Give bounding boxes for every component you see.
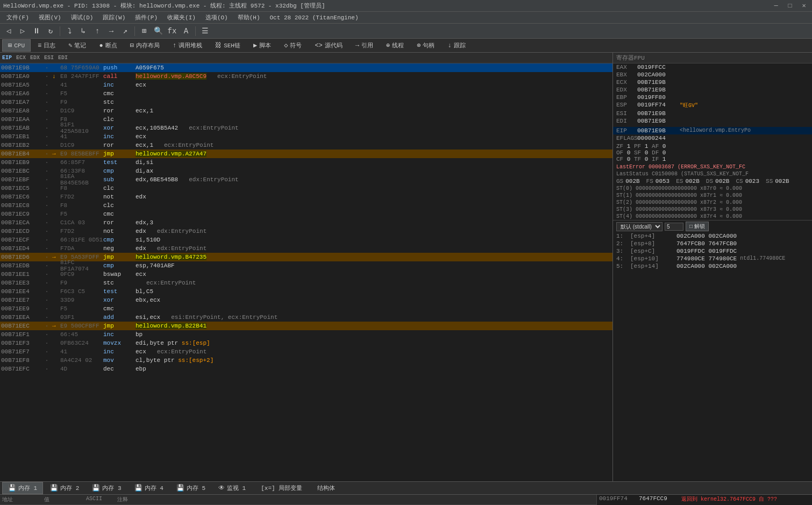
bottom-tab-结构体[interactable]: 结构体	[309, 482, 341, 494]
disasm-row[interactable]: 00B71EE7 · 33D9 xor ebx,ecx	[0, 296, 612, 304]
disasm-addr: 00B71EE3	[1, 280, 41, 286]
tab-断点[interactable]: ●断点	[93, 39, 123, 52]
disasm-row[interactable]: 00B71EC8 · F8 clc	[0, 201, 612, 210]
toolbar-btn-13[interactable]: A	[180, 25, 193, 37]
bottom-tab-[x=] 局部变量[interactable]: [x=] 局部变量	[253, 482, 308, 494]
decode-button[interactable]: □ 解锁	[686, 222, 709, 231]
disasm-row[interactable]: 00B71EF8 · 8A4C24 02 mov cl,byte ptr ss:…	[0, 356, 612, 365]
menu-item-W[interactable]: 跟踪(W)	[98, 12, 130, 23]
tab-脚本[interactable]: ▶脚本	[247, 39, 277, 52]
toolbar-btn-14[interactable]: ☰	[198, 25, 211, 37]
disasm-row[interactable]: 00B71EBF · 81EA B845E56B sub edx,6BE545B…	[0, 175, 612, 184]
bottom-tab-内存 4[interactable]: 💾内存 4	[129, 482, 169, 494]
bottom-tab-监视 1[interactable]: 👁监视 1	[212, 482, 252, 494]
tab-符号[interactable]: ◇符号	[278, 39, 308, 52]
menu-item-D[interactable]: 调试(D)	[67, 12, 98, 23]
disasm-esi-label: ESI	[44, 55, 54, 61]
tab-日志[interactable]: ≡日志	[32, 39, 61, 52]
toolbar-btn-9[interactable]: ↗	[119, 25, 132, 37]
disasm-row[interactable]: 00B71EE4 · F6C3 C5 test bl,C5	[0, 287, 612, 296]
reg-row-edx: EDX 00B71E9B	[613, 86, 812, 94]
disasm-row[interactable]: 00B71EA7 · F9 stc	[0, 98, 612, 106]
tab-调用堆栈[interactable]: ↑调用堆栈	[167, 39, 208, 52]
disasm-row[interactable]: 00B71EDB · 81FC BF1A7074 cmp esp,7401ABF	[0, 261, 612, 270]
menu-item-V[interactable]: 视图(V)	[34, 12, 66, 23]
call-comment: ntdl1.774980CE	[740, 255, 785, 262]
disasm-operand: di,si	[136, 159, 611, 166]
toolbar-btn-12[interactable]: fx	[166, 25, 179, 37]
bottom-tab-内存 5[interactable]: 💾内存 5	[170, 482, 211, 494]
disasm-row[interactable]: 00B71EF1 · 66:45 inc bp	[0, 330, 612, 339]
call-num: 1:	[616, 233, 627, 239]
tab-句柄[interactable]: ⊗句柄	[411, 39, 440, 52]
disasm-row[interactable]: 00B71EF3 · 0FB63C24 movzx edi,byte ptr s…	[0, 339, 612, 347]
disasm-content[interactable]: 00B71E9B · 68 75F659A0 push A059F675 00B…	[0, 63, 612, 481]
disasm-row[interactable]: 00B71EE1 · 0FC9 bswap ecx	[0, 270, 612, 279]
disasm-dot: ·	[41, 108, 52, 114]
disasm-row[interactable]: 00B71EEC · → E9 500CFBFF jmp helloword.v…	[0, 322, 612, 330]
disasm-row[interactable]: 00B71EA6 · F5 cmc	[0, 89, 612, 98]
disasm-row[interactable]: 00B71EA5 · 41 inc ecx	[0, 81, 612, 89]
flag-af: AF	[652, 143, 663, 150]
reg-value: 00B71E9B	[637, 79, 678, 86]
toolbar-btn-11[interactable]: 🔍	[152, 25, 165, 37]
toolbar-btn-8[interactable]: →	[105, 25, 118, 37]
bottom-tab-内存 2[interactable]: 💾内存 2	[44, 482, 85, 494]
tab-源代码[interactable]: <>源代码	[309, 39, 348, 52]
disasm-row[interactable]: 00B71EEA · 03F1 add esi,ecxesi:EntryPoin…	[0, 313, 612, 322]
maximize-button[interactable]: □	[785, 1, 795, 11]
toolbar-btn-3[interactable]: ⏸	[30, 25, 43, 37]
disasm-row[interactable]: 00B71EF7 · 41 inc ecxecx:EntryPoint	[0, 347, 612, 356]
disasm-row[interactable]: 00B71EE3 · F9 stc ecx:EntryPoint	[0, 279, 612, 287]
disasm-row[interactable]: 00B71EA0 · ↓ E8 24A7F1FF call helloword.…	[0, 72, 612, 81]
close-button[interactable]: ✕	[799, 1, 809, 11]
disasm-row[interactable]: 00B71EB2 · D1C9 ror ecx,1ecx:EntryPoint	[0, 141, 612, 150]
disasm-mnemonic: movzx	[103, 340, 136, 346]
disasm-row[interactable]: 00B71EAB · 81F1 425A5810 xor ecx,105B5A4…	[0, 124, 612, 132]
menu-item-OctTitanEngine[interactable]: Oct 28 2022 (TitanEngine)	[266, 13, 363, 22]
bottom-tab-内存 1[interactable]: 💾内存 1	[2, 482, 43, 494]
tab-CPU[interactable]: ⊞CPU	[2, 39, 31, 52]
disasm-row[interactable]: 00B71ECA · C1CA 03 ror edx,3	[0, 218, 612, 227]
toolbar-btn-5[interactable]: ⤵	[63, 25, 76, 37]
disasm-row[interactable]: 00B71EA8 · D1C9 ror ecx,1	[0, 106, 612, 115]
tab-SEH链[interactable]: ⛓SEH链	[209, 39, 246, 52]
disasm-row[interactable]: 00B71ED4 · F7DA neg edxedx:EntryPoint	[0, 244, 612, 253]
tab-线程[interactable]: ⊕线程	[380, 39, 410, 52]
disasm-row[interactable]: 00B71EE9 · F5 cmc	[0, 304, 612, 313]
menu-item-H[interactable]: 帮助(H)	[233, 12, 265, 23]
menu-item-P[interactable]: 插件(P)	[131, 12, 162, 23]
disasm-row[interactable]: 00B71EC6 · F7D2 not edx	[0, 193, 612, 201]
reg-row-esp: ESP 0019FF74 "旺GV"	[613, 101, 812, 110]
menu-item-I[interactable]: 收藏夹(I)	[163, 12, 200, 23]
call-stack-select[interactable]: 默认 (stdcall)	[616, 222, 663, 231]
disasm-row[interactable]: 00B71E9B · 68 75F659A0 push A059F675	[0, 63, 612, 72]
tab-跟踪[interactable]: ↓跟踪	[441, 39, 471, 52]
disasm-mnemonic: neg	[103, 245, 136, 252]
toolbar-btn-6[interactable]: ↳	[77, 25, 90, 37]
disasm-row[interactable]: 00B71EC5 · F8 clc	[0, 184, 612, 193]
stack-row[interactable]: 0019FF74 7647FCC9 返回到 kernel32.7647FCC9 …	[597, 495, 812, 503]
disasm-dot: ·	[41, 99, 52, 105]
disasm-row[interactable]: 00B71EC9 · F5 cmc	[0, 210, 612, 218]
disasm-row[interactable]: 00B71ECD · F7D2 not edxedx:EntryPoint	[0, 227, 612, 236]
menu-item-F[interactable]: 文件(F)	[2, 12, 33, 23]
toolbar-btn-10[interactable]: ⊞	[138, 25, 151, 37]
disasm-row[interactable]: 00B71EB9 · 66:85F7 test di,si	[0, 158, 612, 167]
toolbar-btn-7[interactable]: ↑	[91, 25, 104, 37]
call-stack-depth[interactable]	[665, 223, 683, 231]
toolbar-btn-1[interactable]: ◁	[2, 25, 15, 37]
flag-val-if: 1	[663, 156, 666, 162]
tab-笔记[interactable]: ✎笔记	[62, 39, 92, 52]
tab-引用[interactable]: →引用	[350, 39, 379, 52]
disasm-row[interactable]: 00B71EB1 · 41 inc ecx	[0, 132, 612, 141]
toolbar-btn-2[interactable]: ▷	[16, 25, 29, 37]
minimize-button[interactable]: —	[771, 1, 781, 11]
disasm-row[interactable]: 00B71EB4 · → E9 8E5BEBFF jmp helloword.v…	[0, 150, 612, 158]
toolbar-btn-4[interactable]: ↻	[44, 25, 57, 37]
tab-内存布局[interactable]: ⊟内存布局	[124, 39, 166, 52]
bottom-tab-内存 3[interactable]: 💾内存 3	[86, 482, 127, 494]
menu-item-O[interactable]: 选项(O)	[201, 12, 232, 23]
disasm-row[interactable]: 00B71EFC · 4D dec ebp	[0, 365, 612, 373]
disasm-row[interactable]: 00B71ECF · 66:81FE 0D51 cmp si,510D	[0, 236, 612, 244]
